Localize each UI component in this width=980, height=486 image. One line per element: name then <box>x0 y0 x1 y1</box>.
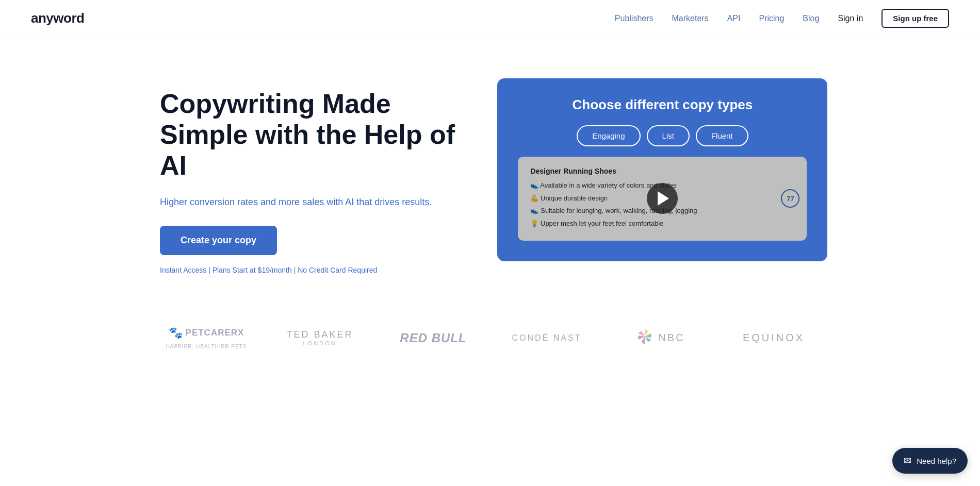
copy-type-tabs: Engaging List Fluent <box>518 125 807 146</box>
hero-title: Copywriting Made Simple with the Help of… <box>160 89 477 181</box>
brands-section: 🐾 PetCareRx Happier, Healthier Pets TED … <box>129 306 851 380</box>
nav-signin[interactable]: Sign in <box>838 14 863 23</box>
header: anyword Publishers Marketers API Pricing… <box>0 0 980 37</box>
nav-blog[interactable]: Blog <box>803 14 819 23</box>
need-help-label: Need help? <box>917 457 956 465</box>
nbc-label: NBC <box>658 332 684 344</box>
content-card-wrapper: Designer Running Shoes 👟 Available in a … <box>518 157 807 241</box>
equinox-label: EQUINOX <box>743 332 805 344</box>
petcarerx-bird-icon: 🐾 <box>169 326 183 340</box>
tab-fluent[interactable]: Fluent <box>696 125 748 146</box>
signup-button[interactable]: Sign up free <box>881 9 949 28</box>
tab-list[interactable]: List <box>647 125 690 146</box>
nav-api[interactable]: API <box>727 14 741 23</box>
tedbaker-sub: LONDON <box>303 340 336 346</box>
brand-condenast: CONDÉ NAST <box>500 333 593 343</box>
widget-title: Choose different copy types <box>518 97 807 113</box>
play-button[interactable] <box>647 183 678 214</box>
hero-section: Copywriting Made Simple with the Help of… <box>129 37 851 306</box>
video-widget: Choose different copy types Engaging Lis… <box>497 78 827 261</box>
hero-note: Instant Access | Plans Start at $19/mont… <box>160 266 377 274</box>
brand-equinox: EQUINOX <box>727 332 820 344</box>
cta-button[interactable]: Create your copy <box>160 226 277 255</box>
logo[interactable]: anyword <box>31 10 84 26</box>
nbc-peacock-icon <box>635 327 654 349</box>
play-icon <box>658 191 669 206</box>
redbull-label: Red Bull <box>400 331 466 345</box>
hero-left: Copywriting Made Simple with the Help of… <box>160 78 477 275</box>
hero-right: Choose different copy types Engaging Lis… <box>497 78 827 261</box>
brand-redbull: Red Bull <box>387 331 480 345</box>
nav-publishers[interactable]: Publishers <box>615 14 654 23</box>
brand-nbc: NBC <box>614 327 707 349</box>
nav-marketers[interactable]: Marketers <box>672 14 709 23</box>
brand-petcarerx: 🐾 PetCareRx Happier, Healthier Pets <box>160 326 253 349</box>
hero-subtitle: Higher conversion rates and more sales w… <box>160 195 477 209</box>
petcarerx-tagline: Happier, Healthier Pets <box>166 344 247 349</box>
tedbaker-label: TED BAKER <box>286 329 353 340</box>
need-help-widget[interactable]: ✉ Need help? <box>892 448 968 474</box>
envelope-icon: ✉ <box>904 455 911 466</box>
condenast-label: CONDÉ NAST <box>512 333 582 343</box>
petcarerx-label: PetCareRx <box>186 328 244 338</box>
play-overlay[interactable] <box>518 157 807 241</box>
nav-pricing[interactable]: Pricing <box>759 14 784 23</box>
brand-tedbaker: TED BAKER LONDON <box>273 329 366 346</box>
tab-engaging[interactable]: Engaging <box>577 125 640 146</box>
main-nav: Publishers Marketers API Pricing Blog Si… <box>615 9 949 28</box>
brands-row: 🐾 PetCareRx Happier, Healthier Pets TED … <box>160 326 820 349</box>
